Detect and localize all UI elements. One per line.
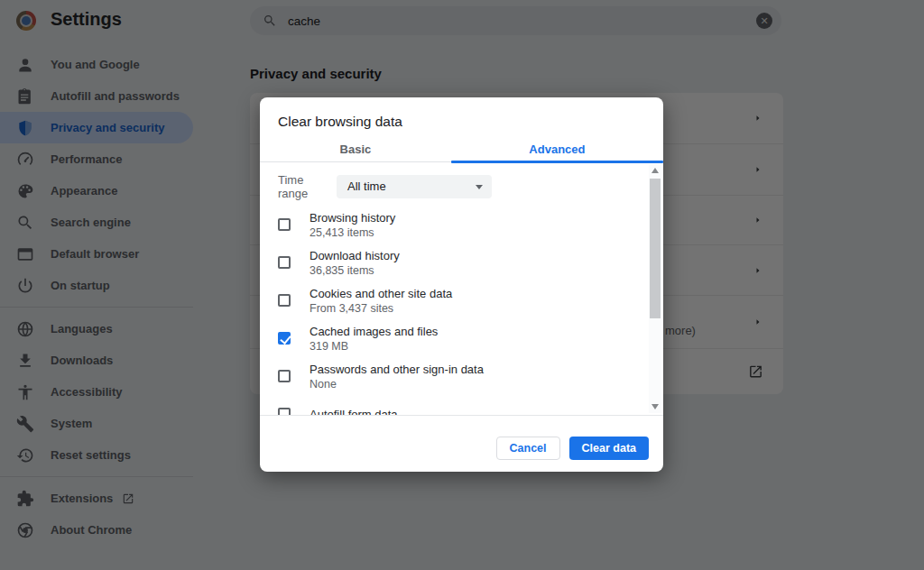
time-range-value: All time (347, 175, 386, 198)
checkbox-browsing-history[interactable] (278, 218, 291, 231)
dialog-title: Clear browsing data (278, 114, 402, 130)
row-autofill-form-data[interactable]: Autofill form data (260, 395, 639, 415)
tab-advanced[interactable]: Advanced (451, 137, 663, 161)
dialog-footer: Cancel Clear data (260, 415, 663, 472)
time-range-select[interactable]: All time (337, 175, 492, 198)
dialog-tabs: Basic Advanced (260, 137, 663, 162)
scrollbar-up-arrow[interactable] (651, 168, 659, 173)
time-range-label: Time range (278, 173, 337, 200)
clear-data-button[interactable]: Clear data (569, 437, 649, 460)
tab-basic[interactable]: Basic (260, 137, 451, 161)
checkbox-autofill-form-data[interactable] (278, 408, 291, 415)
checkbox-list: Browsing history25,413 items Download hi… (260, 206, 639, 415)
checkbox-cached-images[interactable] (278, 332, 291, 345)
scrollbar (649, 164, 661, 413)
time-range-row: Time range All time (278, 173, 492, 200)
cancel-button[interactable]: Cancel (496, 437, 560, 460)
clear-browsing-data-dialog: Clear browsing data Basic Advanced Time … (260, 97, 663, 472)
checkbox-cookies[interactable] (278, 294, 291, 307)
chevron-down-icon (476, 185, 483, 189)
scrollbar-down-arrow[interactable] (651, 404, 659, 409)
row-cached-images[interactable]: Cached images and files319 MB (260, 319, 639, 357)
row-cookies[interactable]: Cookies and other site dataFrom 3,437 si… (260, 281, 639, 319)
checkbox-download-history[interactable] (278, 256, 291, 269)
row-download-history[interactable]: Download history36,835 items (260, 244, 639, 281)
scrollbar-thumb[interactable] (650, 179, 661, 318)
dialog-scroll-area: Time range All time Browsing history25,4… (260, 162, 663, 415)
checkbox-passwords[interactable] (278, 370, 291, 382)
row-passwords[interactable]: Passwords and other sign-in dataNone (260, 357, 639, 395)
row-browsing-history[interactable]: Browsing history25,413 items (260, 206, 639, 244)
